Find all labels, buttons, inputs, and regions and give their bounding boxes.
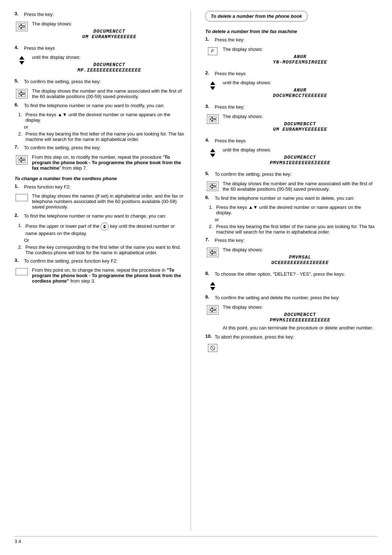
r-display-shows-9: The display shows: DOCUMENCCT PMVMSΙΕΕΕΕ… <box>223 304 378 331</box>
r-display-block-2: ANUR DOCUMENCCTΕΕΕΕΕΕΕ <box>223 88 378 98</box>
r-step-4-block: 4. Press the keys <box>205 137 378 145</box>
svg-marker-8 <box>103 225 106 226</box>
r-step-9-block: 9. To confirm the setting and delete the… <box>205 294 378 301</box>
f-key-icon[interactable]: F <box>208 47 217 55</box>
display-2b: MP.ΣΕΕΕΕΕΕΕΕΕΕΣΕΕΕΕΕ <box>32 68 187 73</box>
rect-key-row-1: The display shows the names (if set) in … <box>15 193 187 210</box>
r-step-10-num: 10. <box>205 333 212 339</box>
cordless-sub-2-text: Press the key corresponding to the first… <box>25 244 187 255</box>
f2-key-icon-1[interactable] <box>16 194 28 201</box>
header-box-container: To delete a number from the phone book <box>205 11 378 25</box>
step7-detail-text: From this step on, to modify the number,… <box>32 154 181 171</box>
or-line: or <box>24 124 187 130</box>
r-key-cell-9 <box>205 304 220 315</box>
cordless-sub-2: 2. Press the key corresponding to the fi… <box>18 244 187 255</box>
r-sub-2-num: 2. <box>209 224 215 229</box>
confirm-key-icon-2[interactable] <box>16 89 28 98</box>
sub-2-num: 2. <box>18 131 24 137</box>
section-fax-header: To delete a number from the fax machine <box>205 29 378 34</box>
step-7-block: 7. To confirm the setting, press the key… <box>15 144 187 151</box>
confirm-key-icon-3[interactable] <box>16 155 28 165</box>
r-step5-detail-text: The display shows the number and the nam… <box>223 181 373 192</box>
svg-marker-6 <box>19 158 24 162</box>
r-display-shows-1: The display shows: ANUR YN-MОSFEXMSIROΣΕ… <box>223 46 378 67</box>
r-sub-2-text: Press the key bearing the first letter o… <box>216 224 378 235</box>
cordless-or-line: Or <box>24 238 187 243</box>
f-key-row: F The display shows: ANUR YN-MОSFEXMSIRO… <box>205 46 378 67</box>
svg-marker-16 <box>210 184 215 189</box>
key-icon-row-2: The display shows the number and the nam… <box>15 88 187 99</box>
display-shows-label-1: The display shows: <box>32 21 72 27</box>
page-number: 3 4 <box>15 536 377 544</box>
cordless-sub-1-num: 1. <box>18 223 24 228</box>
step7-detail: From this step on, to modify the number,… <box>32 154 187 171</box>
r-or-line: or <box>215 217 378 222</box>
svg-marker-2 <box>19 56 24 60</box>
r-step-2-num: 2. <box>205 70 212 76</box>
page: 3. Press the key: The display shows: <box>0 0 392 555</box>
r-key-icon-row-7: The display shows: PMVMSAL UCΕΕΕΕΕΕΕΕΕΕΣ… <box>205 247 378 268</box>
sub-2-text: Press the key bearing the first letter o… <box>25 131 187 142</box>
r-arrow-cell-1 <box>205 80 220 91</box>
cordless-step-2-num: 2. <box>15 212 21 218</box>
r-step-4-num: 4. <box>205 137 212 143</box>
r-arrow-cell-2 <box>205 147 220 158</box>
arrow-row-1: until the display shows: DOCUMENCCT MP.Σ… <box>15 54 187 75</box>
svg-marker-21 <box>210 287 215 291</box>
r-step-6-block: 6. To find the telephone number or name … <box>205 195 378 202</box>
svg-marker-11 <box>210 86 215 90</box>
step-5-text: To confirm the setting, press the key: <box>24 78 187 85</box>
r-confirm-key-icon-7[interactable] <box>207 248 219 257</box>
r-step-5-block: 5. To confirm the setting, press the key… <box>205 171 378 178</box>
r-arrow-row-2: until the display shows: DOCUMENCCT PMVM… <box>205 147 378 168</box>
section-cordless-title: To change a number from the cordless pho… <box>15 176 117 181</box>
f2-key-icon-2[interactable] <box>16 268 28 275</box>
confirm-key-icon-1[interactable] <box>16 22 28 31</box>
svg-marker-10 <box>210 81 215 85</box>
section-fax-title: To delete a number from the fax machine <box>205 29 297 34</box>
r-step-6-num: 6. <box>205 195 212 200</box>
r-step-6-text: To find the telephone number or name you… <box>215 195 378 202</box>
cordless-sub-2-num: 2. <box>18 244 24 250</box>
r-key-cell-3 <box>205 114 220 124</box>
r-step-10-block: 10. To abort the procedure, press the ke… <box>205 333 378 341</box>
cordless-sub-1-text: Press the upper or lower part of the key… <box>25 223 187 236</box>
r-key-cell-5 <box>205 181 220 191</box>
r-stop-key-icon[interactable] <box>208 344 217 352</box>
r-step-10-text: To abort the procedure, press the key: <box>215 333 377 341</box>
key-icon-cell-2 <box>15 88 29 98</box>
r-display-4a: DOCUMENCCT <box>223 155 378 160</box>
step-3-block: 3. Press the key: <box>15 11 187 18</box>
r-confirm-key-icon-3[interactable] <box>207 114 219 124</box>
step5-detail-text: The display shows the number and the nam… <box>32 88 182 99</box>
r-display-shows-label-9: The display shows: <box>223 304 263 310</box>
step-6-num: 6. <box>15 102 21 108</box>
r-confirm-key-icon-9[interactable] <box>207 305 219 315</box>
key-icon-cell-3 <box>15 154 29 165</box>
sub-step-2: 2. Press the key bearing the first lette… <box>18 131 187 142</box>
cordless-step-1-text: Press function key F2: <box>24 183 187 191</box>
svg-marker-15 <box>210 154 215 157</box>
r-display-9b: PMVMSΙΕΕΕΕΕΕΕΕΣΕΕΕΕ <box>223 317 378 323</box>
step-5-block: 5. To confirm the setting, press the key… <box>15 78 187 85</box>
display-1b: UM EURANMYEEEΕΕΕΕ <box>32 34 187 40</box>
cordless-step-2-text: To find the telephone number or name you… <box>24 212 187 220</box>
r-arrow-row-8 <box>205 280 378 291</box>
key-icon-row-1: The display shows: DOCUMENCCT UM EURANMY… <box>15 21 187 42</box>
sub-1-text: Press the keys ▲▼ until the desired numb… <box>25 112 187 123</box>
r-confirm-key-icon-5[interactable] <box>207 182 219 191</box>
cordless-step-3-num: 3. <box>15 258 21 263</box>
r-sub-step-1: 1. Press the keys ▲▼ until the desired n… <box>209 204 378 215</box>
r-step-1-block: 1. Press the key: <box>205 36 378 44</box>
display-shows-1: The display shows: DOCUMENCCT UM EURANMY… <box>32 21 187 42</box>
step7-bold: To program the phone book - To programme… <box>32 154 181 171</box>
r-step-2-text: Press the keys <box>215 70 378 77</box>
r-step5-detail: The display shows the number and the nam… <box>223 181 378 192</box>
step5-detail: The display shows the number and the nam… <box>32 88 187 99</box>
r-display-1b: YN-MОSFEXMSIROΣΕΕ <box>223 60 378 65</box>
svg-marker-4 <box>19 92 24 96</box>
cordless-sub-1a: Press the upper or lower part of the <box>25 223 99 229</box>
r-step-8-num: 8. <box>205 271 212 276</box>
r-step-3-block: 3. Press the key: <box>205 104 378 111</box>
rect-key-cell-2 <box>15 267 29 275</box>
